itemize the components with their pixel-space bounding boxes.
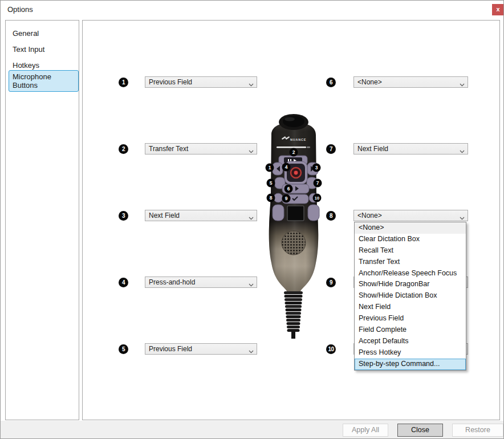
- button-8-value: <None>: [357, 212, 382, 220]
- chevron-down-icon: [249, 214, 254, 221]
- button-9-badge: 9: [326, 278, 336, 287]
- button-5-select[interactable]: Previous Field: [145, 343, 257, 355]
- button-1-select[interactable]: Previous Field: [145, 76, 257, 88]
- sidebar-item-microphone-buttons[interactable]: Microphone Buttons: [6, 73, 79, 89]
- dropdown-option[interactable]: Recall Text: [355, 245, 466, 257]
- chevron-down-icon: [460, 147, 465, 155]
- options-window: Options x General Text Input Hotkeys Mic…: [0, 0, 504, 439]
- svg-text:5: 5: [270, 180, 273, 186]
- button-5-badge: 5: [119, 344, 128, 354]
- button-2-value: Transfer Text: [149, 145, 188, 153]
- button-8-dropdown-list: <None> Clear Dictation Box Recall Text T…: [354, 222, 466, 371]
- dropdown-option[interactable]: Show/Hide DragonBar: [355, 279, 466, 290]
- button-8-select[interactable]: <None>: [353, 210, 468, 221]
- footer: Apply All Close Restore Defaults: [1, 421, 504, 439]
- svg-text:2: 2: [292, 149, 295, 155]
- svg-text:9: 9: [285, 196, 288, 201]
- close-dialog-button[interactable]: Close: [397, 424, 443, 437]
- powermic-photo: NUANCE: [261, 112, 325, 340]
- sidebar: General Text Input Hotkeys Microphone Bu…: [5, 20, 79, 420]
- mic-cable: [284, 291, 303, 339]
- dropdown-option-highlighted[interactable]: Step-by-step Command...: [355, 359, 466, 370]
- svg-text:8: 8: [270, 195, 273, 201]
- button-1-badge: 1: [119, 78, 128, 87]
- button-6-value: <None>: [357, 78, 382, 86]
- dropdown-option[interactable]: Field Complete: [355, 324, 466, 336]
- dropdown-option[interactable]: Previous Field: [355, 313, 466, 324]
- button-2-select[interactable]: Transfer Text: [145, 143, 257, 155]
- svg-text:3: 3: [315, 165, 318, 170]
- button-3-value: Next Field: [149, 212, 180, 220]
- dropdown-option[interactable]: Transfer Text: [355, 257, 466, 268]
- chevron-down-icon: [460, 80, 465, 88]
- svg-text:4: 4: [285, 164, 288, 170]
- chevron-down-icon: [249, 281, 254, 288]
- button-6-badge: 6: [326, 78, 336, 87]
- titlebar: Options x: [1, 1, 503, 19]
- svg-text:6: 6: [287, 186, 290, 192]
- apply-all-button[interactable]: Apply All: [343, 424, 388, 437]
- mic-indicator-strip: [277, 147, 306, 148]
- dropdown-option[interactable]: Anchor/Release Speech Focus: [355, 268, 466, 279]
- chevron-down-icon: [460, 214, 465, 221]
- dropdown-option[interactable]: Next Field: [355, 302, 466, 313]
- dropdown-option[interactable]: Accept Defaults: [355, 336, 466, 347]
- button-7-badge: 7: [326, 144, 336, 154]
- button-3-badge: 3: [119, 211, 128, 221]
- svg-text:NUANCE: NUANCE: [290, 138, 306, 141]
- button-7-select[interactable]: Next Field: [353, 143, 468, 155]
- chevron-down-icon: [249, 347, 254, 355]
- window-title: Options: [7, 5, 33, 14]
- button-5-value: Previous Field: [149, 345, 192, 353]
- button-6-select[interactable]: <None>: [353, 76, 468, 88]
- restore-defaults-button[interactable]: Restore Defaults: [452, 424, 503, 437]
- dropdown-option[interactable]: Press Hotkey: [355, 347, 466, 359]
- button-2-badge: 2: [119, 144, 128, 154]
- button-7-value: Next Field: [357, 145, 388, 153]
- button-4-value: Press-and-hold: [149, 278, 195, 286]
- button-8-badge: 8: [326, 211, 336, 221]
- close-button[interactable]: x: [492, 4, 504, 15]
- svg-text:7: 7: [316, 180, 319, 186]
- dropdown-option[interactable]: Show/Hide Dictation Box: [355, 290, 466, 302]
- chevron-down-icon: [249, 147, 254, 155]
- mic-buttons: [273, 156, 319, 221]
- sidebar-item-general[interactable]: General: [6, 25, 79, 41]
- dropdown-option[interactable]: Clear Dictation Box: [355, 234, 466, 245]
- svg-text:10: 10: [315, 196, 319, 201]
- svg-text:1: 1: [269, 165, 271, 170]
- button-4-badge: 4: [119, 278, 128, 287]
- button-4-select[interactable]: Press-and-hold: [145, 277, 257, 288]
- button-3-select[interactable]: Next Field: [145, 210, 257, 221]
- sidebar-item-text-input[interactable]: Text Input: [6, 41, 79, 57]
- dropdown-option[interactable]: <None>: [355, 222, 466, 234]
- button-10-badge: 10: [326, 344, 336, 354]
- chevron-down-icon: [249, 80, 254, 88]
- button-1-value: Previous Field: [149, 78, 192, 86]
